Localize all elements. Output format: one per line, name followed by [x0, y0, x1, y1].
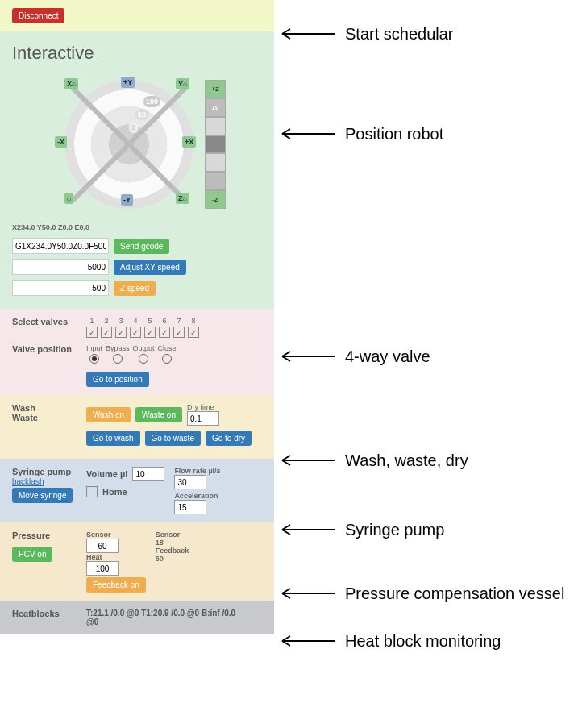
- z-column[interactable]: +Z 10 -Z: [205, 80, 226, 209]
- home-y-icon[interactable]: Y⌂: [176, 78, 189, 89]
- gcode-input[interactable]: [12, 238, 109, 254]
- heatblocks-label: Heatblocks: [12, 609, 77, 626]
- valve-number: 1: [89, 317, 94, 325]
- anno-position: Position robot: [345, 125, 443, 144]
- valve-number: 3: [119, 317, 123, 325]
- valve-checkbox-5[interactable]: ✓: [144, 327, 156, 338]
- pressure-label: Pressure: [12, 530, 77, 540]
- move-syringe-button[interactable]: Move syringe: [12, 488, 73, 503]
- anno-wash: Wash, waste, dry: [345, 451, 468, 470]
- valve-checkbox-7[interactable]: ✓: [173, 327, 185, 338]
- send-gcode-button[interactable]: Send gcode: [114, 239, 169, 254]
- valve-radio-close[interactable]: [162, 354, 172, 364]
- valve-checkbox-2[interactable]: ✓: [101, 327, 112, 338]
- home-z-icon[interactable]: Z⌂: [176, 193, 189, 204]
- xy-speed-input[interactable]: [12, 259, 109, 275]
- minus-y-button[interactable]: -Y: [121, 194, 133, 206]
- sensor-input-label: Sensor: [86, 530, 146, 539]
- annotations-column: Start schedular Position robot 4-way val…: [274, 0, 578, 651]
- wash-section: Wash Waste Wash on Waste on Dry time Go …: [0, 395, 274, 459]
- anno-pressure: Pressure compensation vessel: [345, 584, 564, 603]
- z-speed-button[interactable]: Z speed: [114, 281, 156, 296]
- valve-radio-bypass[interactable]: [113, 354, 123, 364]
- valve-checkbox-1[interactable]: ✓: [86, 327, 98, 338]
- z-step-0[interactable]: [205, 135, 226, 154]
- waste-label: Waste: [12, 413, 77, 422]
- home-x-icon[interactable]: X⌂: [64, 78, 78, 89]
- anno-start: Start schedular: [345, 25, 454, 44]
- dry-time-input[interactable]: [187, 411, 219, 426]
- valve-option-label: Input: [86, 344, 102, 352]
- syringe-label: Syringe pump: [12, 467, 77, 476]
- plus-y-button[interactable]: +Y: [121, 77, 135, 88]
- disconnect-button[interactable]: Disconnect: [12, 8, 64, 23]
- home-all-icon[interactable]: ⌂: [64, 193, 73, 204]
- syringe-section: Syringe pump backlash Move syringe Volum…: [0, 459, 274, 522]
- go-dry-button[interactable]: Go to dry: [206, 431, 252, 446]
- z-step-10[interactable]: 10: [205, 98, 226, 117]
- valve-radio-input[interactable]: [89, 354, 99, 364]
- go-waste-button[interactable]: Go to waste: [145, 431, 201, 446]
- volume-input[interactable]: [132, 467, 164, 481]
- z-step-n10[interactable]: [205, 172, 226, 190]
- accel-label: Acceleration: [174, 492, 220, 500]
- wash-on-button[interactable]: Wash on: [86, 407, 131, 422]
- backlash-link[interactable]: backlash: [12, 477, 44, 486]
- z-speed-input[interactable]: [12, 280, 109, 296]
- minus-x-button[interactable]: -X: [55, 136, 67, 148]
- volume-label: Volume µl: [86, 469, 127, 479]
- waste-on-button[interactable]: Waste on: [135, 407, 182, 422]
- valve-option-label: Bypass: [106, 344, 130, 352]
- flow-input[interactable]: [174, 475, 206, 489]
- interactive-title: Interactive: [12, 43, 262, 64]
- home-label: Home: [102, 487, 127, 497]
- valve-checkbox-6[interactable]: ✓: [159, 327, 170, 338]
- valve-number: 2: [104, 317, 108, 325]
- feedback-read-value: 60: [156, 555, 189, 563]
- plus-z-button[interactable]: +Z: [205, 80, 226, 98]
- interactive-section: Interactive X⌂ +Y Y⌂ -X +X ⌂ -Y Z⌂ 100 1…: [0, 31, 274, 309]
- valve-option-label: Close: [158, 344, 177, 352]
- wash-label: Wash: [12, 403, 77, 413]
- heat-input[interactable]: [86, 561, 119, 576]
- minus-z-button[interactable]: -Z: [205, 190, 226, 209]
- valve-number: 8: [191, 317, 195, 325]
- adjust-xy-button[interactable]: Adjust XY speed: [114, 260, 186, 275]
- heat-input-label: Heat: [86, 553, 146, 561]
- go-wash-button[interactable]: Go to wash: [86, 431, 140, 446]
- accel-input[interactable]: [174, 500, 206, 514]
- step-1[interactable]: 1: [129, 122, 138, 133]
- valve-position-label: Valve position: [12, 344, 77, 364]
- feedback-on-button[interactable]: Feedback on: [86, 577, 146, 593]
- heatblocks-readout: T:21.1 /0.0 @0 T1:20.9 /0.0 @0 B:inf /0.…: [86, 609, 247, 626]
- jog-wheel[interactable]: X⌂ +Y Y⌂ -X +X ⌂ -Y Z⌂ 100 10 1 +Z 10: [48, 72, 226, 217]
- select-valves-label: Select valves: [12, 317, 77, 338]
- plus-x-button[interactable]: +X: [182, 136, 196, 148]
- valve-checkbox-3[interactable]: ✓: [115, 327, 127, 338]
- z-step-1[interactable]: [205, 117, 226, 135]
- valve-radio-output[interactable]: [139, 354, 148, 364]
- valve-checkboxes: 1✓2✓3✓4✓5✓6✓7✓8✓: [86, 317, 199, 338]
- pressure-section: Pressure PCV on Sensor Heat Feedback on …: [0, 522, 274, 601]
- xy-wheel[interactable]: [64, 80, 193, 209]
- position-readout: X234.0 Y50.0 Z0.0 E0.0: [12, 223, 262, 231]
- pcv-on-button[interactable]: PCV on: [12, 547, 52, 562]
- valve-number: 4: [133, 317, 137, 325]
- valve-checkbox-8[interactable]: ✓: [188, 327, 199, 338]
- z-step-n1[interactable]: [205, 153, 226, 172]
- dry-time-label: Dry time: [187, 403, 219, 411]
- valve-checkbox-4[interactable]: ✓: [130, 327, 141, 338]
- home-checkbox[interactable]: [86, 486, 98, 497]
- flow-label: Flow rate µl/s: [174, 467, 220, 475]
- sensor-read-label: Sensor: [156, 530, 189, 539]
- valve-option-label: Output: [133, 344, 155, 352]
- feedback-read-label: Feedback: [156, 547, 189, 555]
- step-100[interactable]: 100: [143, 96, 160, 107]
- valves-section: Select valves 1✓2✓3✓4✓5✓6✓7✓8✓ Valve pos…: [0, 309, 274, 395]
- valve-number: 7: [177, 317, 181, 325]
- sensor-input[interactable]: [86, 539, 119, 553]
- step-10[interactable]: 10: [135, 109, 148, 120]
- goto-position-button[interactable]: Go to position: [86, 372, 149, 387]
- valve-number: 6: [162, 317, 166, 325]
- anno-syringe: Syringe pump: [345, 521, 444, 539]
